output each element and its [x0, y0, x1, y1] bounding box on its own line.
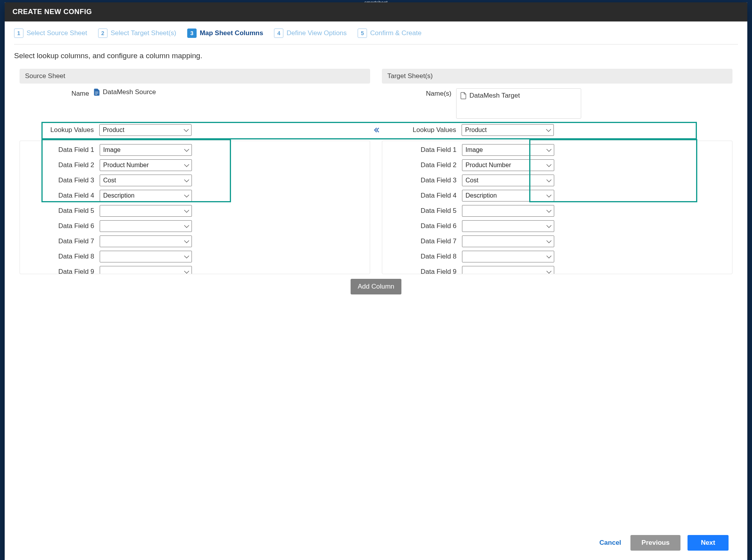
field-value: Image [103, 146, 120, 153]
field-value: Description [466, 192, 497, 199]
field-label: Data Field 3 [388, 177, 462, 184]
target-field-select-6[interactable] [462, 220, 499, 232]
step-label: Define View Options [286, 29, 347, 37]
target-field-row-5: Data Field 5 [388, 205, 499, 217]
target-field-select-8[interactable] [462, 251, 499, 262]
source-field-row-9: Data Field 9 [25, 266, 364, 274]
source-field-select-1[interactable]: Image [100, 144, 192, 156]
field-label: Data Field 1 [25, 146, 100, 154]
target-field-select-5[interactable] [462, 205, 499, 217]
step-label: Select Target Sheet(s) [111, 29, 176, 37]
field-label: Data Field 4 [25, 192, 100, 200]
step-label: Map Sheet Columns [200, 29, 263, 37]
field-value: Product Number [103, 162, 149, 169]
source-name-label: Name [20, 88, 94, 98]
source-field-select-4[interactable]: Description [100, 190, 192, 202]
source-panel-header: Source Sheet [20, 69, 370, 84]
modal-create-config: CREATE NEW CONFIG 1Select Source Sheet2S… [5, 2, 499, 372]
step-label: Select Source Sheet [27, 29, 87, 37]
step-2[interactable]: 2Select Target Sheet(s) [98, 29, 176, 38]
source-field-row-3: Data Field 3Cost [25, 175, 364, 186]
stepper: 1Select Source Sheet2Select Target Sheet… [14, 29, 499, 45]
source-field-row-5: Data Field 5 [25, 205, 364, 217]
target-field-row-7: Data Field 7 [388, 235, 499, 247]
target-field-select-1[interactable]: Image [462, 144, 499, 156]
source-lookup-select[interactable]: Product [99, 124, 192, 136]
source-field-select-8[interactable] [100, 251, 192, 262]
target-field-row-9: Data Field 9 [388, 266, 499, 274]
target-panel-header: Target Sheet(s) [382, 69, 499, 84]
target-name-label: Name(s) [382, 88, 456, 98]
source-field-select-2[interactable]: Product Number [100, 159, 192, 171]
sheet-icon [94, 89, 100, 96]
field-label: Data Field 7 [388, 237, 462, 245]
field-label: Data Field 5 [25, 207, 100, 215]
sheet-outline-icon [460, 92, 466, 99]
field-value: Cost [466, 177, 478, 184]
field-label: Data Field 8 [25, 253, 100, 260]
target-field-row-6: Data Field 6 [388, 220, 499, 232]
field-value: Product Number [466, 162, 499, 169]
field-label: Data Field 7 [25, 237, 100, 245]
source-field-row-6: Data Field 6 [25, 220, 364, 232]
source-field-row-1: Data Field 1Image [25, 144, 364, 156]
chevrons-left-icon [372, 127, 380, 134]
add-column-button[interactable]: Add Column [351, 279, 401, 294]
field-label: Data Field 9 [25, 268, 100, 274]
target-field-row-3: Data Field 3Cost [388, 175, 499, 186]
step-label: Confirm & Create [370, 29, 421, 37]
target-fields-panel[interactable]: Data Field 1ImageData Field 2Product Num… [382, 141, 499, 274]
field-label: Data Field 9 [388, 268, 462, 274]
source-field-select-9[interactable] [100, 266, 192, 274]
source-field-select-7[interactable] [100, 235, 192, 247]
source-field-row-2: Data Field 2Product Number [25, 159, 364, 171]
target-field-row-2: Data Field 2Product Number [388, 159, 499, 171]
target-field-row-1: Data Field 1Image [388, 144, 499, 156]
source-lookup-label: Lookup Values [20, 126, 99, 134]
step-number: 1 [14, 29, 23, 38]
target-lookup-select[interactable]: Product [462, 124, 499, 136]
source-field-row-4: Data Field 4Description [25, 190, 364, 202]
source-sheet-name: DataMesh Source [94, 88, 156, 96]
target-sheet-name-text: DataMesh Target [469, 92, 499, 100]
target-field-select-2[interactable]: Product Number [462, 159, 499, 171]
field-label: Data Field 4 [388, 192, 462, 200]
source-field-select-5[interactable] [100, 205, 192, 217]
step-number: 2 [98, 29, 107, 38]
field-label: Data Field 1 [388, 146, 462, 154]
target-field-select-3[interactable]: Cost [462, 175, 499, 186]
field-label: Data Field 8 [388, 253, 462, 260]
field-value: Image [466, 146, 483, 153]
source-sheet-name-text: DataMesh Source [103, 88, 156, 96]
target-field-select-9[interactable] [462, 266, 499, 274]
source-field-select-3[interactable]: Cost [100, 175, 192, 186]
step-3[interactable]: 3Map Sheet Columns [187, 29, 263, 38]
source-field-row-8: Data Field 8 [25, 251, 364, 262]
target-field-select-4[interactable]: Description [462, 190, 499, 202]
target-names-box[interactable]: DataMesh Target [456, 88, 499, 119]
target-field-row-4: Data Field 4Description [388, 190, 499, 202]
step-4[interactable]: 4Define View Options [274, 29, 347, 38]
field-value: Cost [103, 177, 116, 184]
target-lookup-label: Lookup Values [382, 126, 462, 134]
field-label: Data Field 5 [388, 207, 462, 215]
field-label: Data Field 6 [25, 222, 100, 230]
target-field-select-7[interactable] [462, 235, 499, 247]
field-label: Data Field 6 [388, 222, 462, 230]
step-5[interactable]: 5Confirm & Create [358, 29, 421, 38]
step-number: 3 [187, 29, 197, 38]
target-lookup-value: Product [465, 127, 487, 134]
instruction-text: Select lookup columns, and configure a c… [14, 45, 499, 69]
field-label: Data Field 3 [25, 177, 100, 184]
field-label: Data Field 2 [25, 161, 100, 169]
field-label: Data Field 2 [388, 161, 462, 169]
source-fields-panel[interactable]: Data Field 1ImageData Field 2Product Num… [20, 141, 370, 274]
source-field-row-7: Data Field 7 [25, 235, 364, 247]
source-field-select-6[interactable] [100, 220, 192, 232]
field-value: Description [103, 192, 134, 199]
modal-title: CREATE NEW CONFIG [5, 2, 499, 21]
step-1[interactable]: 1Select Source Sheet [14, 29, 87, 38]
step-number: 5 [358, 29, 367, 38]
source-lookup-value: Product [103, 127, 124, 134]
target-field-row-8: Data Field 8 [388, 251, 499, 262]
